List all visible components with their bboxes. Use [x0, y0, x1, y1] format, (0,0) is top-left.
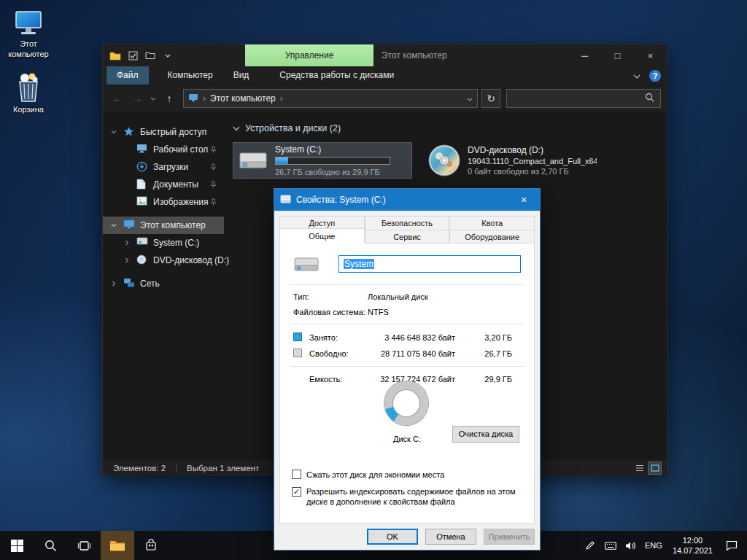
dvd-disc-icon	[427, 144, 461, 177]
network-icon	[123, 278, 135, 289]
search-input[interactable]	[506, 89, 661, 108]
language-indicator[interactable]: ENG	[641, 541, 666, 550]
compress-checkbox[interactable]	[292, 470, 301, 479]
quick-access-toolbar	[103, 50, 174, 61]
qat-customize-chevron-icon[interactable]	[162, 50, 174, 61]
pin-icon	[210, 146, 217, 153]
index-checkbox[interactable]: ✓	[292, 487, 301, 497]
search-icon	[645, 93, 654, 104]
menu-computer[interactable]: Компьютер	[158, 66, 223, 85]
taskbar-explorer-button[interactable]	[101, 531, 134, 560]
drive-volume-label: 19043.1110_Compact_and_Full_x64	[468, 156, 597, 166]
desktop-icon-this-pc[interactable]: Этот компьютер	[3, 6, 54, 60]
breadcrumb[interactable]: Этот компьютер	[210, 93, 276, 104]
volume-icon[interactable]	[621, 531, 641, 560]
menu-file[interactable]: Файл	[107, 66, 149, 85]
used-label: Занято:	[309, 333, 338, 342]
dialog-tabs: Доступ Безопасность Квота Общие Сервис О…	[274, 211, 540, 244]
thumbnails-view-icon[interactable]	[649, 462, 661, 474]
sidebar-item-network[interactable]: Сеть	[103, 275, 224, 292]
address-bar[interactable]: › Этот компьютер ›	[183, 89, 478, 108]
group-header-devices[interactable]: Устройства и диски (2)	[233, 123, 659, 133]
window-title: Этот компьютер	[382, 44, 447, 66]
touch-keyboard-icon[interactable]	[600, 531, 621, 560]
hard-drive-icon	[293, 254, 320, 277]
start-button[interactable]	[0, 531, 34, 560]
ribbon-contextual-tab-manage[interactable]: Управление	[245, 44, 374, 66]
qat-properties-icon[interactable]	[127, 50, 139, 61]
drive-tile-dvd-d[interactable]: DVD-дисковод (D:) 19043.1110_Compact_and…	[422, 142, 602, 179]
tab-hardware[interactable]: Оборудование	[449, 230, 535, 244]
chevron-right-icon[interactable]	[124, 257, 130, 263]
sidebar-item-documents[interactable]: Документы	[103, 176, 224, 193]
index-checkbox-label[interactable]: Разрешить индексировать содержимое файло…	[306, 486, 522, 507]
up-button[interactable]: ↑	[160, 89, 178, 108]
help-icon[interactable]: ?	[649, 70, 661, 82]
desktop-icon-recycle-bin[interactable]: Корзина	[3, 71, 54, 115]
sidebar-item-dvd-d[interactable]: DVD-дисковод (D:)	[103, 252, 224, 269]
disk-cleanup-button[interactable]: Очистка диска	[452, 426, 519, 443]
maximize-button[interactable]: □	[601, 44, 634, 66]
menu-view[interactable]: Вид	[223, 66, 260, 85]
sidebar-item-quick-access[interactable]: Быстрый доступ	[103, 123, 224, 141]
notifications-icon[interactable]	[719, 531, 744, 560]
drive-icon	[136, 237, 148, 249]
sidebar-item-this-pc[interactable]: Этот компьютер	[103, 217, 224, 234]
sidebar-item-desktop[interactable]: Рабочий стол	[103, 141, 224, 158]
free-label: Свободно:	[309, 349, 349, 358]
tab-security[interactable]: Безопасность	[365, 216, 450, 230]
sidebar-item-system-c[interactable]: System (C:)	[103, 234, 224, 252]
disk-usage-donut	[384, 381, 428, 425]
close-button[interactable]: ×	[634, 44, 667, 66]
properties-dialog: Свойства: System (C:) × Доступ Безопасно…	[274, 188, 541, 551]
clock[interactable]: 12:00 14.07.2021	[666, 535, 719, 556]
apply-button: Применить	[484, 529, 535, 545]
chevron-down-icon[interactable]	[111, 129, 117, 135]
ok-button[interactable]: OK	[367, 529, 418, 545]
window-controls: ─ □ ×	[568, 44, 667, 66]
ribbon-expand-chevron-icon[interactable]	[633, 71, 640, 81]
refresh-button[interactable]: ↻	[481, 89, 500, 108]
recent-locations-icon[interactable]	[148, 89, 158, 108]
tab-general[interactable]: Общие	[279, 228, 365, 244]
tab-tools[interactable]: Сервис	[365, 230, 450, 244]
address-dropdown-icon[interactable]	[467, 93, 473, 104]
separator	[290, 366, 524, 367]
clock-time: 12:00	[673, 535, 713, 545]
dialog-close-button[interactable]: ×	[508, 189, 540, 211]
dialog-titlebar[interactable]: Свойства: System (C:) ×	[274, 189, 540, 211]
sidebar-item-label: Документы	[153, 179, 198, 190]
pictures-icon	[136, 196, 148, 208]
menu-disk-tools[interactable]: Средства работы с дисками	[269, 66, 404, 85]
sidebar-item-pictures[interactable]: Изображения	[103, 193, 224, 211]
windows-logo-icon	[11, 540, 23, 552]
desktop-icon-label: Корзина	[3, 105, 54, 115]
drive-tile-system-c[interactable]: System (C:) 26,7 ГБ свободно из 29,9 ГБ	[233, 142, 412, 179]
back-button[interactable]: ←	[109, 89, 126, 108]
desktop-folder-icon	[136, 144, 148, 155]
minimize-button[interactable]: ─	[568, 44, 601, 66]
compress-checkbox-label[interactable]: Сжать этот диск для экономии места	[306, 470, 522, 480]
drive-name: System (C:)	[275, 144, 407, 155]
chevron-right-icon[interactable]	[111, 281, 117, 287]
taskbar-search-button[interactable]	[34, 531, 67, 560]
pin-icon	[210, 163, 217, 171]
task-view-button[interactable]	[67, 531, 101, 560]
sidebar-item-label: Этот компьютер	[140, 220, 206, 230]
volume-name-input[interactable]: System	[338, 255, 521, 273]
tab-quota[interactable]: Квота	[449, 216, 535, 230]
pen-icon[interactable]	[580, 531, 600, 560]
details-view-icon[interactable]	[633, 462, 646, 474]
taskbar-store-button[interactable]	[134, 531, 168, 560]
qat-new-folder-icon[interactable]	[144, 50, 156, 61]
dialog-title: Свойства: System (C:)	[296, 195, 386, 205]
cancel-button[interactable]: Отмена	[425, 529, 476, 545]
chevron-down-icon[interactable]	[111, 222, 117, 228]
explorer-titlebar[interactable]: Управление Этот компьютер ─ □ ×	[103, 44, 667, 66]
sidebar-item-downloads[interactable]: Загрузки	[103, 158, 224, 176]
forward-button[interactable]: →	[128, 89, 146, 108]
drive-free-info: 0 байт свободно из 2,70 ГБ	[468, 166, 597, 176]
breadcrumb-separator[interactable]: ›	[280, 93, 283, 104]
chevron-right-icon[interactable]	[124, 240, 130, 246]
free-bytes: 28 711 075 840 байт	[381, 349, 455, 358]
